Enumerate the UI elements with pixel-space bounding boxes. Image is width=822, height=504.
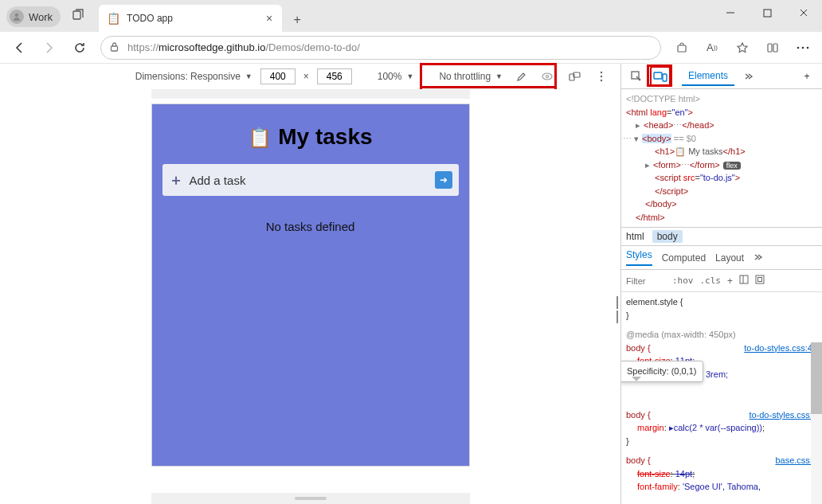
highlight-device-icon	[647, 64, 672, 87]
add-task-row[interactable]: ＋ Add a task ➜	[162, 164, 459, 196]
viewport-resize-handle-right[interactable]	[614, 296, 620, 344]
highlight-throttling-button	[420, 63, 557, 88]
svg-rect-8	[768, 44, 772, 52]
svg-rect-23	[740, 275, 748, 283]
tab-close-icon[interactable]: ×	[263, 12, 276, 25]
tab-layout[interactable]: Layout	[715, 252, 744, 264]
new-rule-icon[interactable]: +	[727, 275, 733, 287]
cls-toggle[interactable]: .cls	[700, 275, 722, 286]
submit-task-icon[interactable]: ➜	[435, 171, 452, 189]
tab-elements[interactable]: Elements	[682, 67, 734, 86]
refresh-button[interactable]	[65, 35, 94, 61]
lock-icon	[109, 41, 119, 54]
computed-sidebar-icon[interactable]	[739, 275, 749, 287]
rotate-icon[interactable]	[565, 67, 584, 86]
window-minimize-button[interactable]	[712, 0, 749, 25]
tab-title: TODO app	[127, 13, 256, 24]
styles-pane[interactable]: element.style {} @media (max-width: 450p…	[621, 292, 822, 504]
svg-point-18	[601, 76, 602, 77]
dimensions-dropdown[interactable]: Dimensions: Responsive▼	[135, 71, 252, 82]
devtools-panel: Elements + <!DOCTYPE html> <html lang="e…	[620, 64, 822, 504]
tab-styles[interactable]: Styles	[626, 249, 652, 266]
devtools-tabstrip: Elements +	[621, 64, 822, 89]
collections-icon[interactable]	[72, 8, 88, 24]
window-titlebar: Work 📋 TODO app × +	[0, 0, 822, 32]
settings-more-icon[interactable]	[789, 35, 817, 61]
inspect-element-icon[interactable]	[626, 66, 647, 87]
width-input[interactable]	[260, 68, 296, 84]
svg-point-11	[802, 46, 804, 49]
address-bar[interactable]: https://microsoftedge.github.io/Demos/de…	[100, 36, 661, 60]
forward-button	[35, 35, 64, 61]
back-button[interactable]	[5, 35, 33, 61]
viewport-resize-handle-bottom[interactable]	[151, 493, 470, 504]
hov-toggle[interactable]: :hov	[672, 275, 694, 286]
split-screen-icon[interactable]	[758, 35, 787, 61]
window-close-button[interactable]	[785, 0, 822, 25]
svg-point-17	[601, 72, 602, 73]
new-style-rule-icon[interactable]: +	[797, 66, 817, 87]
svg-rect-9	[773, 44, 777, 52]
dom-tree[interactable]: <!DOCTYPE html> <html lang="en"> ▸<head>…	[621, 89, 822, 227]
tab-favicon-icon: 📋	[107, 12, 120, 25]
more-tabs-icon[interactable]	[738, 66, 758, 87]
window-maximize-button[interactable]	[749, 0, 785, 25]
styles-filter-row: :hov .cls +	[621, 270, 822, 292]
styles-filter-input[interactable]	[626, 276, 666, 286]
svg-rect-26	[758, 278, 762, 282]
profile-label: Work	[29, 11, 53, 23]
svg-rect-25	[756, 275, 764, 283]
svg-rect-6	[112, 46, 118, 51]
devtools-scrollbar[interactable]	[811, 342, 822, 504]
css-link-1[interactable]: to-do-styles.css:40	[744, 342, 817, 355]
svg-point-10	[797, 46, 800, 49]
browser-toolbar: https://microsoftedge.github.io/Demos/de…	[0, 32, 822, 64]
profile-button[interactable]: Work	[6, 6, 61, 27]
dom-breadcrumb[interactable]: html body	[621, 227, 822, 246]
empty-state: No tasks defined	[162, 220, 459, 233]
styles-tabs: Styles Computed Layout	[621, 246, 822, 270]
browser-tab[interactable]: 📋 TODO app ×	[99, 5, 282, 32]
shopping-icon[interactable]	[667, 35, 696, 61]
specificity-tooltip: Specificity: (0,0,1)	[621, 361, 703, 382]
crumb-body[interactable]: body	[652, 230, 683, 243]
avatar-icon	[10, 10, 24, 24]
zoom-dropdown[interactable]: 100%▼	[378, 71, 414, 82]
box-model-icon[interactable]	[755, 275, 765, 287]
page-viewport-area: Dimensions: Responsive▼ × 100%▼ No throt…	[0, 64, 620, 504]
tab-computed[interactable]: Computed	[662, 252, 706, 264]
dim-separator: ×	[303, 71, 309, 82]
height-input[interactable]	[317, 68, 352, 84]
crumb-html[interactable]: html	[626, 231, 644, 242]
demo-app: 📋 My tasks ＋ Add a task ➜ No tasks defin…	[151, 104, 470, 467]
app-title: 📋 My tasks	[162, 124, 459, 150]
svg-rect-7	[678, 45, 686, 52]
new-tab-button[interactable]: +	[285, 8, 309, 32]
more-options-icon[interactable]	[592, 67, 611, 86]
ruler-top	[151, 89, 470, 99]
read-aloud-icon[interactable]: A))	[698, 35, 726, 61]
url-text: https://microsoftedge.github.io/Demos/de…	[127, 41, 360, 53]
more-styles-tabs-icon[interactable]	[754, 252, 763, 264]
css-link-2[interactable]: to-do-styles.css:1	[749, 408, 817, 422]
svg-rect-3	[764, 10, 771, 17]
svg-point-12	[807, 46, 809, 49]
plus-icon: ＋	[169, 170, 183, 189]
svg-point-0	[15, 14, 18, 17]
svg-rect-1	[73, 11, 80, 19]
favorite-icon[interactable]	[728, 35, 757, 61]
add-task-placeholder: Add a task	[190, 174, 429, 187]
svg-point-19	[601, 80, 602, 81]
